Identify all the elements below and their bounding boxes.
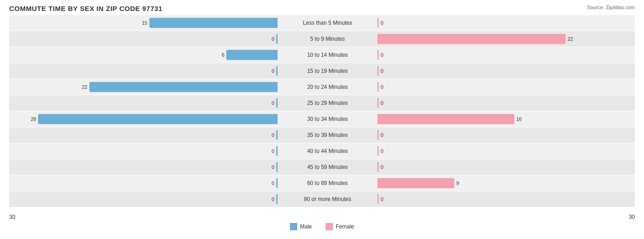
female-bar-zero	[377, 130, 379, 140]
female-bar-container: 0	[376, 162, 644, 172]
male-zero-label: 0	[272, 148, 274, 154]
female-bar	[377, 178, 454, 188]
female-bar-zero	[377, 66, 379, 76]
male-legend-label: Male	[300, 223, 312, 230]
female-bar-zero	[377, 82, 379, 92]
male-bar-container: 0	[9, 98, 279, 108]
male-bar-container: 0	[9, 130, 279, 140]
male-bar-container: 0	[9, 34, 279, 44]
female-zero-label: 0	[381, 84, 383, 90]
male-bar	[149, 18, 278, 28]
male-bar-container: 0	[9, 66, 279, 76]
female-zero-label: 0	[381, 20, 383, 26]
female-value-label: 16	[516, 116, 522, 122]
row-label: 30 to 34 Minutes	[279, 116, 376, 122]
row-label: 5 to 9 Minutes	[279, 36, 376, 42]
male-bar-container: 0	[9, 146, 279, 156]
chart-row: 025 to 29 Minutes0	[9, 95, 635, 111]
female-zero-label: 0	[381, 52, 383, 58]
chart-row: 040 to 44 Minutes0	[9, 143, 635, 159]
male-bar-zero	[276, 194, 278, 204]
male-value-label: 22	[82, 84, 87, 90]
male-zero-label: 0	[272, 196, 274, 202]
axis-bottom: 30 30	[9, 214, 635, 220]
female-bar	[377, 114, 514, 124]
female-bar-container: 0	[376, 82, 644, 92]
female-value-label: 9	[456, 180, 459, 186]
male-bar-container: 15	[9, 18, 279, 28]
female-bar-zero	[377, 98, 379, 108]
chart-container: COMMUTE TIME BY SEX IN ZIP CODE 97731 So…	[0, 0, 644, 239]
female-zero-label: 0	[381, 196, 383, 202]
legend-male: Male	[290, 223, 312, 230]
row-label: Less than 5 Minutes	[279, 20, 376, 26]
female-bar-container: 9	[376, 178, 644, 188]
chart-row: 2830 to 34 Minutes16	[9, 111, 635, 127]
axis-right: 30	[629, 214, 635, 220]
female-bar-container: 0	[376, 98, 644, 108]
male-zero-label: 0	[272, 180, 274, 186]
male-color-box	[290, 223, 297, 230]
chart-area: 15Less than 5 Minutes005 to 9 Minutes226…	[9, 15, 635, 212]
female-zero-label: 0	[381, 164, 383, 170]
male-bar-container: 0	[9, 194, 279, 204]
row-label: 90 or more Minutes	[279, 196, 376, 202]
source-label: Source: ZipAtlas.com	[587, 5, 635, 10]
female-color-box	[326, 223, 333, 230]
male-value-label: 6	[222, 52, 224, 58]
female-bar-zero	[377, 50, 379, 60]
female-bar-container: 0	[376, 130, 644, 140]
female-bar-container: 0	[376, 50, 644, 60]
row-label: 40 to 44 Minutes	[279, 148, 376, 154]
male-bar-zero	[276, 178, 278, 188]
chart-row: 015 to 19 Minutes0	[9, 63, 635, 79]
female-zero-label: 0	[381, 100, 383, 106]
female-bar-container: 0	[376, 146, 644, 156]
male-bar-container: 0	[9, 178, 279, 188]
chart-title: COMMUTE TIME BY SEX IN ZIP CODE 97731	[9, 5, 635, 12]
chart-row: 15Less than 5 Minutes0	[9, 15, 635, 31]
chart-row: 060 to 89 Minutes9	[9, 175, 635, 191]
row-label: 15 to 19 Minutes	[279, 68, 376, 74]
male-bar-zero	[276, 66, 278, 76]
female-zero-label: 0	[381, 132, 383, 138]
row-label: 35 to 39 Minutes	[279, 132, 376, 138]
male-bar	[38, 114, 278, 124]
row-label: 45 to 59 Minutes	[279, 164, 376, 170]
male-bar-container: 22	[9, 82, 279, 92]
female-bar-container: 0	[376, 66, 644, 76]
chart-row: 2220 to 24 Minutes0	[9, 79, 635, 95]
chart-row: 045 to 59 Minutes0	[9, 159, 635, 175]
male-bar-zero	[276, 146, 278, 156]
chart-row: 090 or more Minutes0	[9, 191, 635, 207]
axis-left: 30	[9, 214, 15, 220]
male-zero-label: 0	[272, 164, 274, 170]
male-value-label: 15	[142, 20, 147, 26]
male-bar-zero	[276, 98, 278, 108]
male-bar-container: 28	[9, 114, 279, 124]
male-value-label: 28	[31, 116, 36, 122]
row-label: 10 to 14 Minutes	[279, 52, 376, 58]
female-bar-container: 0	[376, 194, 644, 204]
male-zero-label: 0	[272, 36, 274, 42]
female-bar	[377, 34, 566, 44]
female-bar-zero	[377, 162, 379, 172]
female-bar-container: 16	[376, 114, 644, 124]
chart-row: 05 to 9 Minutes22	[9, 31, 635, 47]
female-zero-label: 0	[381, 68, 383, 74]
row-label: 20 to 24 Minutes	[279, 84, 376, 90]
male-bar-container: 0	[9, 162, 279, 172]
female-value-label: 22	[568, 36, 573, 42]
row-label: 60 to 89 Minutes	[279, 180, 376, 186]
chart-row: 035 to 39 Minutes0	[9, 127, 635, 143]
female-bar-zero	[377, 18, 379, 28]
male-zero-label: 0	[272, 132, 274, 138]
row-label: 25 to 29 Minutes	[279, 100, 376, 106]
chart-row: 610 to 14 Minutes0	[9, 47, 635, 63]
male-bar	[89, 82, 278, 92]
female-zero-label: 0	[381, 148, 383, 154]
female-bar-zero	[377, 146, 379, 156]
legend-female: Female	[326, 223, 354, 230]
male-bar	[226, 50, 278, 60]
female-legend-label: Female	[336, 223, 354, 230]
